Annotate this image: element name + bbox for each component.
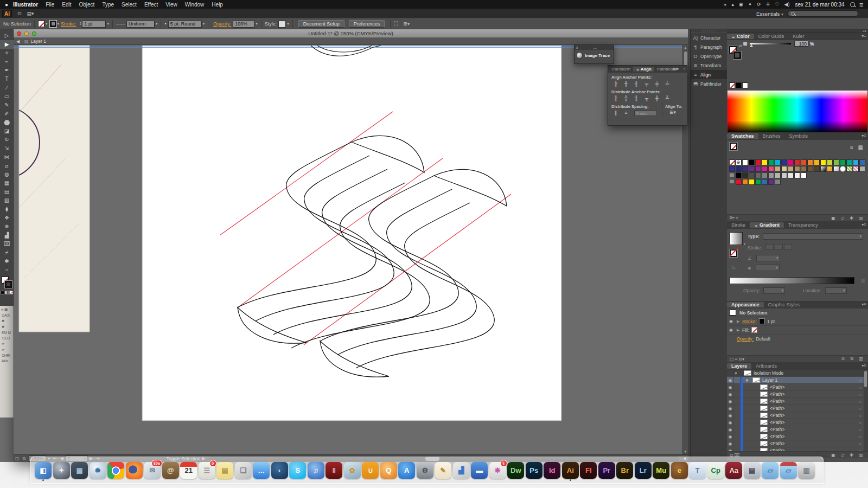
distribute-button[interactable]: ╨ [663, 95, 672, 102]
target-circle-icon[interactable]: ○ [859, 386, 861, 389]
app-icon[interactable] [126, 462, 143, 479]
swatch[interactable] [794, 166, 800, 172]
swatch[interactable] [801, 166, 807, 172]
swatch[interactable] [768, 166, 774, 172]
dock-app-icon[interactable]: @ [162, 462, 180, 481]
menubar-status-icon[interactable]: ◉ [739, 2, 743, 7]
gradient-aspect-field[interactable] [756, 265, 780, 271]
app-icon[interactable]: Fl [580, 462, 597, 479]
dock-app-icon[interactable]: Mu [652, 462, 671, 481]
path-thumbnail[interactable] [760, 391, 768, 397]
view-toggle-icons[interactable]: ≡ ▦ [850, 144, 865, 150]
path-thumbnail[interactable] [760, 441, 768, 446]
canvas[interactable] [14, 45, 682, 454]
visibility-eye-icon[interactable]: ◉ [727, 412, 734, 419]
menu-item[interactable]: Edit [62, 2, 71, 8]
visibility-eye-icon[interactable]: ◉ [727, 384, 734, 391]
path-label[interactable]: <Path> [770, 384, 784, 390]
path-row[interactable]: ◉ <Path> ○ [727, 433, 868, 440]
menubar-status-icon[interactable]: ◒ [724, 2, 726, 7]
app-icon[interactable]: ▦ [71, 462, 88, 479]
layer-thumbnail[interactable] [752, 377, 760, 383]
app-icon[interactable]: Cp [707, 462, 724, 479]
swatch[interactable] [755, 172, 761, 178]
breadcrumb-layer-label[interactable]: Layer 1 [31, 38, 46, 44]
panel-tab[interactable]: Transparency [784, 222, 822, 228]
app-icon[interactable]: ◧ [35, 462, 52, 479]
panel-tab[interactable]: Layers [727, 363, 751, 369]
stroke-swatch[interactable] [733, 52, 741, 59]
visibility-eye-icon[interactable]: ◉ [727, 426, 734, 433]
dock-app-icon[interactable]: Ai [561, 462, 580, 481]
image-trace-button[interactable]: Image Trace [585, 53, 610, 58]
menu-item[interactable]: Object [79, 2, 94, 8]
style-swatch[interactable] [278, 21, 286, 28]
tool-button[interactable]: ○ [0, 266, 14, 274]
appearance-opacity-row[interactable]: Opacity: Default [727, 335, 868, 343]
fill-stroke-indicator[interactable] [0, 275, 14, 290]
swatch[interactable] [840, 159, 846, 165]
swatch[interactable] [833, 159, 839, 165]
swatch[interactable] [801, 159, 807, 165]
path-label[interactable]: <Path> [770, 399, 784, 404]
panel-menu-icon[interactable]: ▾≡ [861, 302, 866, 307]
dock-app-icon[interactable] [107, 462, 125, 481]
path-row[interactable]: ◉ <Path> ○ [727, 419, 868, 426]
lock-cell[interactable] [734, 405, 741, 412]
dock-app-icon[interactable]: ✿ [343, 462, 362, 481]
path-label[interactable]: <Path> [770, 441, 784, 446]
reverse-gradient-icon[interactable]: ⇋ [731, 265, 735, 270]
app-icon[interactable]: @ [162, 462, 179, 479]
path-label[interactable]: <Path> [770, 434, 784, 439]
app-icon[interactable]: Ai [562, 462, 579, 479]
menubar-status-icon[interactable]: ✛ [766, 2, 770, 7]
tool-button[interactable]: ✵ [0, 222, 14, 231]
path-row[interactable]: ◉ <Path> ○ [727, 440, 868, 447]
panel-tab[interactable]: Appearance [727, 302, 764, 307]
dock-app-icon[interactable]: ▤ [743, 462, 762, 481]
dock-app-icon[interactable]: ✎ [434, 462, 452, 481]
dock-app-icon[interactable]: ❏ [234, 462, 253, 481]
distribute-button[interactable]: ╥ [642, 95, 651, 102]
opacity-link[interactable]: Opacity: [213, 21, 231, 27]
tool-button[interactable]: ▧ [0, 196, 14, 205]
disclosure-triangle-icon[interactable]: ▶ [737, 319, 742, 324]
status-icon-1[interactable]: ◫ [15, 456, 20, 461]
app-icon[interactable]: Ps [526, 462, 542, 479]
stroke-link[interactable]: Stroke: [61, 21, 76, 27]
swatch[interactable] [775, 166, 781, 172]
appearance-fill-row[interactable]: ◉ ▶ Fill: [727, 326, 868, 335]
app-icon[interactable]: ‖ [326, 462, 342, 479]
tool-button[interactable]: ❖ [0, 214, 14, 222]
app-icon[interactable]: ▱ [780, 462, 797, 479]
window-titlebar[interactable]: Untitled-1* @ 150% (CMYK/Preview) [14, 29, 688, 38]
tool-button[interactable]: ⋈ [0, 153, 14, 162]
path-row[interactable]: ◉ <Path> ○ [727, 412, 868, 419]
panel-tab[interactable]: Artboards [751, 363, 781, 369]
swatch[interactable] [742, 179, 748, 185]
dock-app-icon[interactable]: ∪ [361, 462, 380, 481]
chevron-down-icon[interactable]: ▾ [744, 242, 745, 246]
swatch[interactable] [846, 159, 852, 165]
app-icon[interactable]: ✎ [435, 462, 451, 479]
swatch[interactable] [742, 166, 748, 172]
bridge-launch-icon[interactable]: ⊡ [17, 11, 22, 16]
gradient-mode-button[interactable] [5, 291, 9, 294]
dock-app-icon[interactable]: e [671, 462, 689, 481]
menu-item[interactable]: Type [102, 2, 114, 8]
swatch[interactable] [853, 159, 859, 165]
document-setup-button[interactable]: Document Setup [298, 20, 344, 28]
fill-swatch[interactable] [38, 21, 44, 27]
app-icon[interactable]: ▬ [471, 462, 488, 479]
panel-dock-button[interactable]: ≡ Align [691, 70, 727, 79]
app-icon[interactable]: T [689, 462, 706, 479]
app-icon[interactable]: ∪ [362, 462, 379, 479]
dock-app-icon[interactable]: ▦ [71, 462, 89, 481]
stroke-gradient-along-button[interactable] [775, 244, 783, 250]
swatch[interactable] [788, 172, 794, 178]
swatch[interactable] [781, 172, 787, 178]
appearance-stroke-row[interactable]: ◉ ▶ Stroke: 1 pt [727, 317, 868, 326]
swatch[interactable] [859, 159, 865, 165]
app-icon[interactable]: Pr [598, 462, 615, 479]
dock-app-icon[interactable]: ◧ [34, 462, 53, 481]
